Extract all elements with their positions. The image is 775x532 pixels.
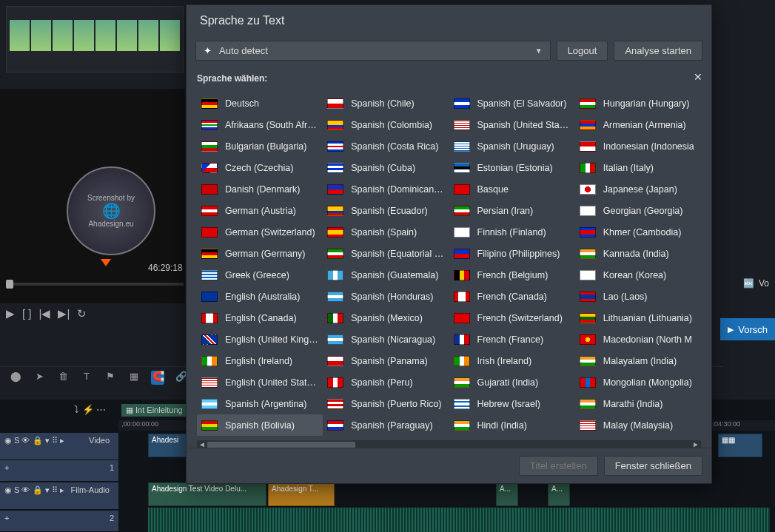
- playhead-marker[interactable]: [101, 259, 111, 266]
- record-icon[interactable]: ⬤: [9, 371, 22, 385]
- language-option[interactable]: Hungarian (Hungary): [575, 92, 701, 114]
- language-option[interactable]: Filipino (Philippines): [449, 243, 575, 264]
- language-option[interactable]: Spanish (Dominican Repub: [323, 178, 449, 200]
- language-option[interactable]: English (Ireland): [197, 350, 323, 371]
- analyse-button[interactable]: Analyse starten: [614, 41, 702, 61]
- close-icon[interactable]: ✕: [694, 71, 702, 83]
- language-option[interactable]: Spanish (El Salvador): [449, 92, 575, 114]
- language-option[interactable]: English (United Kingdom): [197, 329, 323, 350]
- language-option[interactable]: Spanish (Mexico): [323, 307, 449, 329]
- scrub-slider[interactable]: [6, 283, 184, 286]
- language-option[interactable]: Hindi (India): [449, 414, 575, 436]
- language-option[interactable]: Danish (Denmark): [197, 178, 323, 200]
- language-option[interactable]: English (Canada): [197, 307, 323, 329]
- language-option[interactable]: Afrikaans (South Africa): [197, 114, 323, 135]
- horizontal-scrollbar[interactable]: [197, 440, 701, 448]
- track-header-audio[interactable]: ◉ S 👁 🔒 ▾ ⠿ Film-Audio ▸: [0, 482, 118, 509]
- language-option[interactable]: Macedonian (North M: [575, 329, 701, 350]
- language-option[interactable]: Japanese (Japan): [575, 178, 701, 200]
- language-option[interactable]: Lithuanian (Lithuania): [575, 307, 701, 329]
- logout-button[interactable]: Logout: [557, 41, 608, 61]
- language-option[interactable]: Indonesian (Indonesia: [575, 135, 701, 157]
- language-option[interactable]: Greek (Greece): [197, 264, 323, 286]
- language-label: German (Austria): [225, 206, 296, 216]
- clip-audio-4[interactable]: A...: [548, 482, 570, 506]
- language-option[interactable]: Estonian (Estonia): [449, 157, 575, 178]
- language-option[interactable]: French (Canada): [449, 286, 575, 307]
- language-option[interactable]: French (Switzerland): [449, 307, 575, 329]
- language-option[interactable]: Italian (Italy): [575, 157, 701, 178]
- language-option[interactable]: Spanish (Nicaragua): [323, 329, 449, 350]
- language-option[interactable]: Kannada (India): [575, 243, 701, 264]
- clip-audio-1[interactable]: Ahadesign Test Video Delu...: [148, 482, 266, 506]
- language-option[interactable]: Spanish (Cuba): [323, 157, 449, 178]
- language-option[interactable]: Lao (Laos): [575, 286, 701, 307]
- language-option[interactable]: Hebrew (Israel): [449, 393, 575, 414]
- create-title-button[interactable]: Titel erstellen: [519, 456, 598, 476]
- flag-icon: [580, 120, 596, 130]
- close-window-button[interactable]: Fenster schließen: [604, 456, 702, 476]
- language-option[interactable]: Spanish (United States): [449, 114, 575, 135]
- language-option[interactable]: Spanish (Uruguay): [449, 135, 575, 157]
- clip-video-2[interactable]: ▦▦: [718, 434, 762, 457]
- language-option[interactable]: Spanish (Colombia): [323, 114, 449, 135]
- language-option[interactable]: Spanish (Paraguay): [323, 414, 449, 436]
- language-dropdown[interactable]: ✦ Auto detect ▼: [195, 41, 551, 61]
- play-icon[interactable]: ▶: [6, 307, 15, 320]
- language-option[interactable]: Spanish (Puerto Rico): [323, 393, 449, 414]
- language-option[interactable]: Georgian (Georgia): [575, 200, 701, 221]
- track-header-video-sub[interactable]: + 1: [0, 460, 118, 481]
- language-option[interactable]: Spanish (Equatorial Guinea: [323, 243, 449, 264]
- language-option[interactable]: Khmer (Cambodia): [575, 221, 701, 243]
- language-option[interactable]: Bulgarian (Bulgaria): [197, 135, 323, 157]
- language-option[interactable]: Spanish (Ecuador): [323, 200, 449, 221]
- clip-audio-2[interactable]: Ahadesign T...: [268, 482, 335, 506]
- skip-start-icon[interactable]: |◀: [39, 307, 51, 320]
- language-option[interactable]: Spanish (Honduras): [323, 286, 449, 307]
- flag-icon: [580, 163, 596, 173]
- language-option[interactable]: Malay (Malaysia): [575, 414, 701, 436]
- language-option[interactable]: Spanish (Bolivia): [197, 414, 323, 436]
- language-option[interactable]: Persian (Iran): [449, 200, 575, 221]
- language-option[interactable]: Czech (Czechia): [197, 157, 323, 178]
- snap-icon[interactable]: 🧲: [151, 371, 164, 385]
- language-option[interactable]: Deutsch: [197, 92, 323, 114]
- language-option[interactable]: English (United States): [197, 371, 323, 393]
- language-option[interactable]: Finnish (Finland): [449, 221, 575, 243]
- language-option[interactable]: Basque: [449, 178, 575, 200]
- preview-button[interactable]: Vorsch: [720, 318, 775, 340]
- language-option[interactable]: Armenian (Armenia): [575, 114, 701, 135]
- flag-icon[interactable]: ⚑: [104, 371, 117, 385]
- language-option[interactable]: Mongolian (Mongolia): [575, 371, 701, 393]
- audio-waveform[interactable]: [148, 508, 770, 532]
- grid-icon[interactable]: ▦: [127, 371, 141, 385]
- language-option[interactable]: French (Belgium): [449, 264, 575, 286]
- language-option[interactable]: Spanish (Peru): [323, 371, 449, 393]
- track-header-audio-sub[interactable]: + 2: [0, 511, 118, 531]
- text-icon[interactable]: T: [80, 371, 93, 385]
- track-fx-icons[interactable]: ⤵ ⚡ ⋯: [74, 404, 106, 415]
- language-option[interactable]: Spanish (Spain): [323, 221, 449, 243]
- clip-audio-3[interactable]: A...: [496, 482, 518, 506]
- language-option[interactable]: Spanish (Chile): [323, 92, 449, 114]
- language-option[interactable]: German (Germany): [197, 243, 323, 264]
- language-option[interactable]: German (Switzerland): [197, 221, 323, 243]
- language-option[interactable]: Malayalam (India): [575, 350, 701, 371]
- language-option[interactable]: Spanish (Guatemala): [323, 264, 449, 286]
- language-option[interactable]: Spanish (Argentina): [197, 393, 323, 414]
- track-header-video[interactable]: ◉ S 👁 🔒 ▾ ⠿ Video ▸: [0, 433, 118, 459]
- language-option[interactable]: Korean (Korea): [575, 264, 701, 286]
- language-option[interactable]: French (France): [449, 329, 575, 350]
- bracket-icon[interactable]: [ ]: [22, 307, 32, 320]
- language-option[interactable]: Spanish (Panama): [323, 350, 449, 371]
- trash-icon[interactable]: 🗑: [56, 371, 70, 385]
- arrow-icon[interactable]: ➤: [33, 371, 46, 385]
- language-option[interactable]: Irish (Ireland): [449, 350, 575, 371]
- language-option[interactable]: English (Australia): [197, 286, 323, 307]
- language-option[interactable]: Spanish (Costa Rica): [323, 135, 449, 157]
- language-option[interactable]: Gujarati (India): [449, 371, 575, 393]
- language-option[interactable]: Marathi (India): [575, 393, 701, 414]
- skip-end-icon[interactable]: ▶|: [58, 307, 70, 320]
- language-option[interactable]: German (Austria): [197, 200, 323, 221]
- loop-icon[interactable]: ↻: [77, 307, 87, 320]
